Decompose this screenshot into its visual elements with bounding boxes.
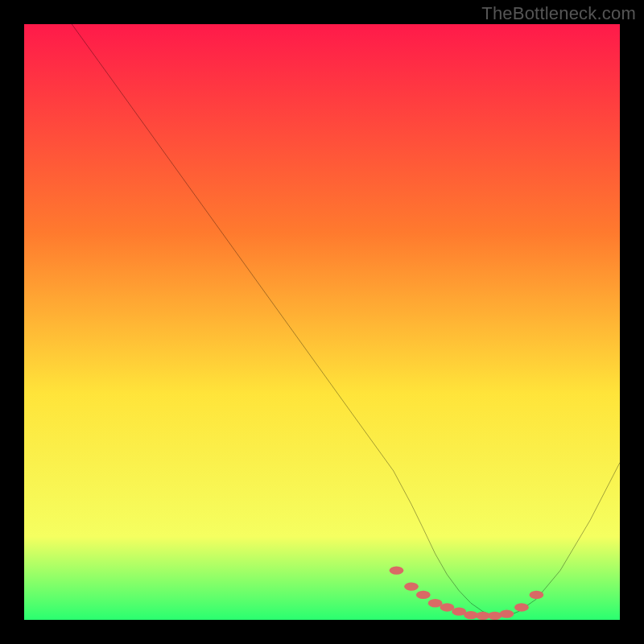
marker-dot xyxy=(390,566,404,574)
marker-dot xyxy=(428,599,443,607)
chart-svg xyxy=(24,24,620,620)
marker-dot xyxy=(416,591,431,599)
marker-dot xyxy=(530,591,544,599)
watermark-text: TheBottleneck.com xyxy=(481,3,636,24)
marker-dot xyxy=(440,603,455,611)
plot-area xyxy=(24,24,620,620)
gradient-rect xyxy=(24,24,620,620)
marker-dot xyxy=(488,612,502,620)
marker-dot xyxy=(500,609,514,617)
marker-dot xyxy=(514,603,529,611)
marker-dot xyxy=(404,582,419,590)
